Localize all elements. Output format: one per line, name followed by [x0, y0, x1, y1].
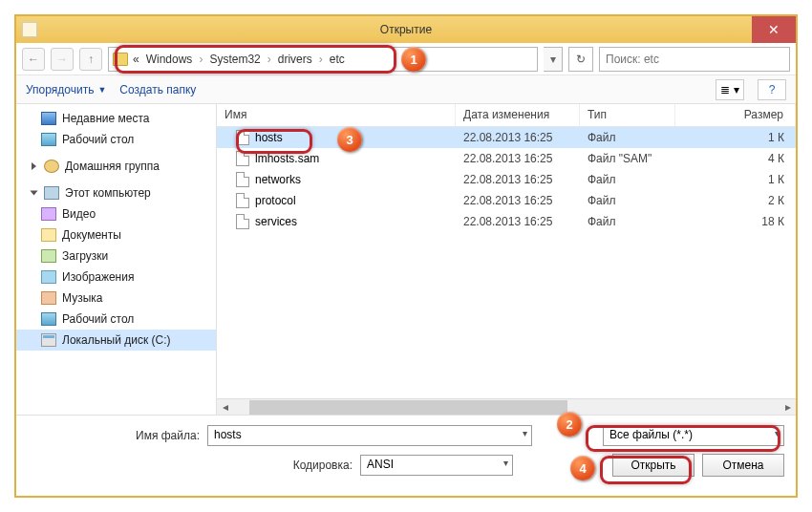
tree-this-pc[interactable]: Этот компьютер — [16, 182, 216, 203]
chevron-right-icon: › — [266, 53, 273, 66]
file-icon — [236, 172, 249, 187]
address-dropdown[interactable]: ▾ — [544, 47, 563, 72]
scroll-left-icon[interactable]: ◂ — [217, 399, 233, 416]
col-size[interactable]: Размер — [675, 104, 796, 126]
tree-desktop[interactable]: Рабочий стол — [16, 129, 216, 150]
tree-documents[interactable]: Документы — [16, 224, 216, 245]
file-icon — [236, 214, 249, 229]
file-row[interactable]: hosts 22.08.2013 16:25Файл1 К — [217, 127, 796, 148]
crumb-etc[interactable]: etc — [328, 53, 347, 66]
bottom-panel: Имя файла: hosts Все файлы (*.*) Кодиров… — [16, 415, 796, 494]
refresh-button[interactable]: ↻ — [568, 47, 593, 72]
scroll-thumb[interactable] — [249, 400, 567, 415]
filetype-filter-combo[interactable]: Все файлы (*.*) — [603, 425, 784, 446]
encoding-label: Кодировка: — [28, 459, 353, 472]
file-row[interactable]: protocol 22.08.2013 16:25Файл2 К — [217, 190, 796, 211]
column-headers: Имя Дата изменения Тип Размер — [217, 104, 796, 127]
back-button[interactable]: ← — [22, 48, 45, 71]
open-button[interactable]: Открыть — [612, 454, 694, 477]
forward-button[interactable]: → — [51, 48, 74, 71]
chevron-right-icon: › — [317, 53, 325, 66]
crumb-drivers[interactable]: drivers — [276, 53, 314, 66]
file-row[interactable]: services 22.08.2013 16:25Файл18 К — [217, 211, 796, 232]
file-icon — [236, 151, 249, 166]
up-button[interactable]: ↑ — [79, 48, 102, 71]
tree-local-disk[interactable]: Локальный диск (C:) — [16, 330, 216, 351]
view-options-button[interactable]: ≣ ▾ — [716, 79, 744, 100]
file-list: hosts 22.08.2013 16:25Файл1 К lmhosts.sa… — [217, 127, 796, 398]
breadcrumb-prefix: « — [131, 53, 141, 66]
col-type[interactable]: Тип — [580, 104, 675, 126]
scroll-right-icon[interactable]: ▸ — [780, 399, 796, 416]
toolbar: Упорядочить▼ Создать папку ≣ ▾ ? — [16, 75, 796, 104]
col-name[interactable]: Имя — [217, 104, 456, 126]
address-bar[interactable]: « Windows› System32› drivers› etc — [108, 47, 538, 72]
tree-homegroup[interactable]: Домашняя группа — [16, 156, 216, 177]
file-icon — [236, 130, 249, 145]
folder-icon — [113, 53, 128, 66]
chevron-right-icon: › — [197, 53, 204, 66]
body: Недавние места Рабочий стол Домашняя гру… — [16, 104, 796, 415]
file-row[interactable]: networks 22.08.2013 16:25Файл1 К — [217, 169, 796, 190]
tree-videos[interactable]: Видео — [16, 203, 216, 224]
filename-combo[interactable]: hosts — [207, 425, 532, 446]
tree-music[interactable]: Музыка — [16, 288, 216, 309]
window-title: Открытие — [16, 23, 796, 36]
help-button[interactable]: ? — [758, 79, 786, 100]
filename-label: Имя файла: — [28, 429, 200, 442]
file-pane: Имя Дата изменения Тип Размер hosts 22.0… — [217, 104, 796, 415]
cancel-button[interactable]: Отмена — [702, 454, 784, 477]
search-input[interactable] — [599, 47, 790, 72]
tree-desktop2[interactable]: Рабочий стол — [16, 309, 216, 330]
crumb-windows[interactable]: Windows — [144, 53, 195, 66]
nav-tree: Недавние места Рабочий стол Домашняя гру… — [16, 104, 217, 415]
col-date[interactable]: Дата изменения — [456, 104, 580, 126]
tree-recent[interactable]: Недавние места — [16, 108, 216, 129]
tree-pictures[interactable]: Изображения — [16, 267, 216, 288]
tree-downloads[interactable]: Загрузки — [16, 245, 216, 267]
new-folder-button[interactable]: Создать папку — [119, 83, 196, 96]
horizontal-scrollbar[interactable]: ◂ ▸ — [217, 398, 796, 415]
nav-row: ← → ↑ « Windows› System32› drivers› etc … — [16, 43, 796, 75]
file-row[interactable]: lmhosts.sam 22.08.2013 16:25Файл "SAM"4 … — [217, 148, 796, 169]
file-icon — [236, 193, 249, 208]
open-file-dialog: Открытие ✕ ← → ↑ « Windows› System32› dr… — [14, 14, 798, 498]
encoding-combo[interactable]: ANSI — [360, 455, 513, 476]
organize-menu[interactable]: Упорядочить▼ — [26, 83, 106, 96]
titlebar: Открытие ✕ — [16, 16, 796, 43]
close-button[interactable]: ✕ — [752, 16, 796, 43]
crumb-system32[interactable]: System32 — [207, 53, 262, 66]
